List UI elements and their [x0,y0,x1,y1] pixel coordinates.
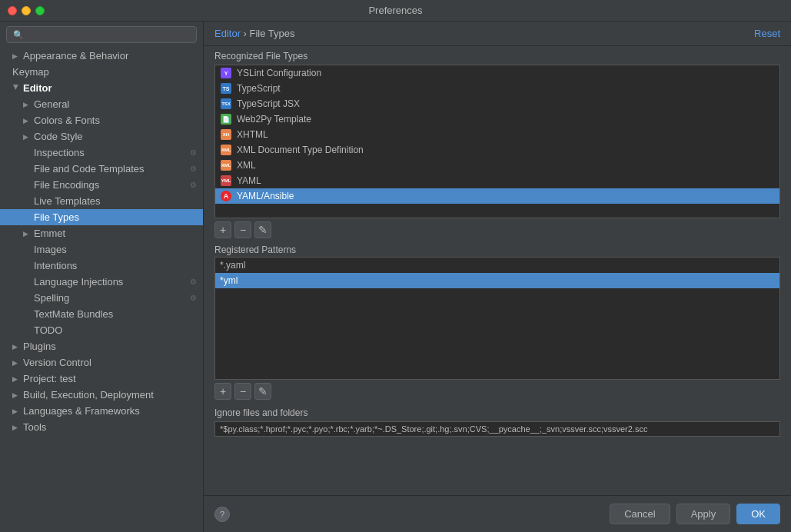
add-file-type-button[interactable]: + [214,221,231,238]
file-type-row[interactable]: YML YAML [215,173,779,188]
sidebar-item-label: Live Templates [34,195,100,207]
sidebar-item-build-exec-deploy[interactable]: ▶ Build, Execution, Deployment [0,387,203,403]
breadcrumb-editor[interactable]: Editor [214,28,241,39]
file-type-row[interactable]: XH XHTML [215,127,779,142]
file-type-name: TypeScript JSX [237,98,300,109]
window-controls[interactable] [8,6,45,15]
file-type-icon: 📄 [220,113,232,125]
sidebar-item-label: File and Code Templates [34,163,145,175]
file-type-row[interactable]: TS TypeScript [215,81,779,96]
edit-pattern-button[interactable]: ✎ [254,383,271,400]
sidebar-item-colors-fonts[interactable]: ▶ Colors & Fonts [0,112,203,128]
remove-file-type-button[interactable]: − [234,221,251,238]
sidebar-item-label: Build, Execution, Deployment [23,389,154,401]
pattern-value: *.yaml [220,260,245,271]
sidebar-item-label: Code Style [34,131,83,142]
sidebar-item-general[interactable]: ▶ General [0,96,203,112]
title-bar: Preferences [0,0,791,22]
arrow-icon: ▶ [12,424,20,431]
close-button[interactable] [8,6,17,15]
settings-icon: ⚙ [190,165,203,173]
file-types-list[interactable]: Y YSLint Configuration TS TypeScript TSX… [214,65,780,218]
pattern-row[interactable]: *.yaml [215,258,779,273]
panel-header: Editor › File Types Reset [204,22,791,46]
file-type-icon: TS [220,82,232,95]
patterns-list[interactable]: *.yaml *yml [214,257,780,380]
sidebar-item-images[interactable]: Images [0,241,203,258]
sidebar-item-textmate-bundles[interactable]: TextMate Bundles [0,306,203,322]
sidebar-item-inspections[interactable]: Inspections ⚙ [0,145,203,161]
file-type-row[interactable]: 📄 Web2Py Template [215,111,779,127]
arrow-icon: ▶ [23,230,31,238]
sidebar-item-spelling[interactable]: Spelling ⚙ [0,290,203,306]
sidebar-item-file-code-templates[interactable]: File and Code Templates ⚙ [0,161,203,177]
sidebar-item-version-control[interactable]: ▶ Version Control [0,354,203,371]
spacer [204,440,791,495]
sidebar-item-label: TODO [34,324,62,336]
file-types-toolbar: + − ✎ [204,218,791,241]
sidebar-item-appearance[interactable]: ▶ Appearance & Behavior [0,48,203,64]
settings-icon: ⚙ [190,278,203,286]
sidebar-item-live-templates[interactable]: Live Templates [0,193,203,209]
file-type-row[interactable]: XML XML Document Type Definition [215,142,779,158]
file-type-name: XML [237,160,256,171]
minimize-button[interactable] [22,6,31,15]
settings-icon: ⚙ [190,294,203,302]
breadcrumb: Editor › File Types [214,28,295,39]
file-type-name: TypeScript [237,83,281,94]
search-box[interactable]: 🔍 [6,26,197,43]
apply-button[interactable]: Apply [676,504,731,524]
file-type-icon: A [220,190,232,202]
breadcrumb-sep: › [241,28,250,39]
search-input[interactable] [28,29,190,40]
maximize-button[interactable] [35,6,45,15]
file-type-row-selected[interactable]: A YAML/Ansible [215,188,779,204]
sidebar-item-tools[interactable]: ▶ Tools [0,419,203,435]
search-icon: 🔍 [13,30,24,40]
sidebar-item-label: Emmet [34,228,65,239]
cancel-button[interactable]: Cancel [610,504,670,524]
add-pattern-button[interactable]: + [214,383,231,400]
sidebar-item-file-types[interactable]: File Types [0,209,203,225]
reset-button[interactable]: Reset [754,28,780,39]
sidebar-item-label: Tools [23,421,46,433]
file-type-row[interactable]: XML XML [215,158,779,173]
sidebar-item-code-style[interactable]: ▶ Code Style [0,128,203,145]
main-layout: 🔍 ▶ Appearance & Behavior Keymap ▶ Edito… [0,22,791,532]
sidebar-item-keymap[interactable]: Keymap [0,64,203,80]
file-type-row[interactable]: TSX TypeScript JSX [215,96,779,111]
sidebar-item-label: Plugins [23,341,56,352]
arrow-icon: ▶ [12,85,20,92]
sidebar-item-label: General [34,98,69,110]
sidebar-item-label: Keymap [12,66,49,78]
sidebar-item-label: TextMate Bundles [34,308,113,320]
sidebar-item-file-encodings[interactable]: File Encodings ⚙ [0,177,203,193]
arrow-icon: ▶ [12,391,20,399]
recognized-file-types-label: Recognized File Types [204,46,791,65]
file-type-name: YAML/Ansible [237,191,294,201]
sidebar: 🔍 ▶ Appearance & Behavior Keymap ▶ Edito… [0,22,204,532]
sidebar-item-intentions[interactable]: Intentions [0,258,203,274]
sidebar-item-languages-frameworks[interactable]: ▶ Languages & Frameworks [0,403,203,419]
arrow-icon: ▶ [12,359,20,367]
sidebar-item-label: File Encodings [34,179,99,191]
sidebar-item-label: Intentions [34,260,77,271]
sidebar-item-language-injections[interactable]: Language Injections ⚙ [0,274,203,290]
file-type-icon: XH [220,128,232,141]
ok-button[interactable]: OK [736,504,780,524]
edit-file-type-button[interactable]: ✎ [254,221,271,238]
arrow-icon: ▶ [12,375,20,383]
window-title: Preferences [368,5,422,16]
file-type-row[interactable]: Y YSLint Configuration [215,65,779,81]
pattern-row-selected[interactable]: *yml [215,273,779,288]
remove-pattern-button[interactable]: − [234,383,251,400]
sidebar-item-emmet[interactable]: ▶ Emmet [0,225,203,241]
sidebar-item-plugins[interactable]: ▶ Plugins [0,338,203,354]
patterns-toolbar: + − ✎ [204,380,791,403]
sidebar-item-todo[interactable]: TODO [0,322,203,338]
help-button[interactable]: ? [214,507,230,522]
sidebar-item-project-test[interactable]: ▶ Project: test [0,371,203,387]
file-type-icon: YML [220,175,232,187]
sidebar-item-editor[interactable]: ▶ Editor [0,80,203,96]
ignore-input[interactable] [214,421,780,437]
